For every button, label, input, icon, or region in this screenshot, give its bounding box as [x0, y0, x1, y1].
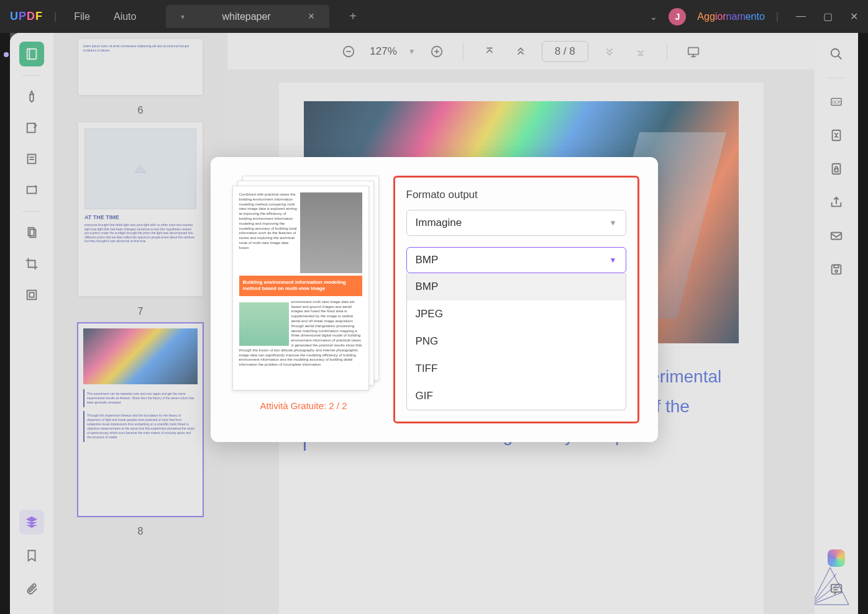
avatar[interactable]: J [669, 8, 686, 25]
tab-dropdown-icon[interactable]: ▾ [181, 12, 185, 21]
export-preview: Combined with practical cases the buildi… [229, 176, 378, 423]
document-tab[interactable]: ▾ whitepaper × [166, 5, 329, 28]
app-logo: UPDF [10, 10, 43, 23]
divider: | [54, 11, 57, 22]
close-button[interactable]: ✕ [850, 11, 858, 22]
tab-title: whitepaper [222, 11, 270, 22]
chevron-down-icon: ▼ [610, 256, 617, 264]
modal-overlay: Combined with practical cases the buildi… [10, 33, 858, 614]
output-type-value: Immagine [416, 217, 462, 229]
format-option-tiff[interactable]: TIFF [407, 355, 626, 382]
main-area: lorem ipsum dolor sit amet consectetur a… [10, 33, 858, 614]
scroll-indicator [4, 52, 9, 57]
image-format-dropdown: BMP JPEG PNG TIFF GIF [406, 273, 626, 410]
format-option-jpeg[interactable]: JPEG [407, 300, 626, 328]
add-tab-button[interactable]: + [349, 9, 357, 24]
free-activities-label: Attività Gratuite: 2 / 2 [260, 400, 347, 411]
update-label[interactable]: Aggiornamento [697, 11, 765, 22]
close-icon[interactable]: × [308, 10, 315, 23]
chevron-down-icon: ▼ [610, 219, 617, 227]
maximize-button[interactable]: ▢ [823, 11, 833, 22]
format-option-bmp[interactable]: BMP [407, 273, 626, 300]
output-type-select[interactable]: Immagine ▼ [406, 210, 626, 236]
titlebar: UPDF | File Aiuto ▾ whitepaper × + ⌄ J A… [0, 0, 868, 33]
format-option-gif[interactable]: GIF [407, 382, 626, 410]
minimize-button[interactable]: — [796, 11, 806, 22]
divider: | [776, 11, 779, 22]
image-format-value: BMP [416, 254, 439, 266]
export-form: Formato output Immagine ▼ BMP ▼ BMP JPEG… [393, 176, 639, 423]
preview-page-front: Combined with practical cases the buildi… [232, 186, 369, 391]
menu-help[interactable]: Aiuto [107, 7, 142, 26]
format-option-png[interactable]: PNG [407, 328, 626, 355]
image-format-select[interactable]: BMP ▼ [406, 247, 626, 273]
output-format-label: Formato output [406, 189, 626, 201]
menu-file[interactable]: File [68, 7, 96, 26]
chevron-down-icon[interactable]: ⌄ [650, 12, 657, 22]
preview-highlight: Building environment information modelin… [239, 276, 362, 296]
export-modal: Combined with practical cases the buildi… [211, 157, 658, 442]
